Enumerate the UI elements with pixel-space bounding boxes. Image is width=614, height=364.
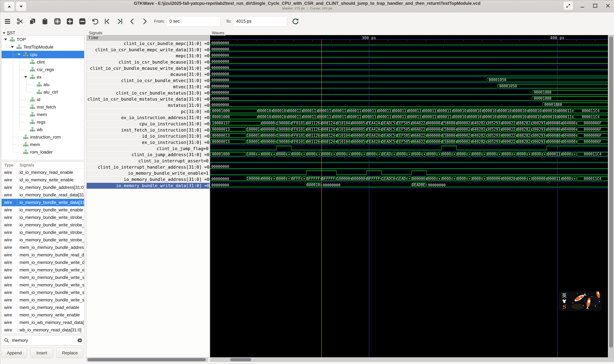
wave-row-mtvec[31:0][interactable]: 0000000000001050	[210, 84, 608, 90]
signal-list-row[interactable]: wiremem_io_memory_bundle_write_strob	[2, 289, 84, 296]
wave-row-io_memory_bundle_address[31:0][interactable]: 00000000100000+0000++0000++0FFF++0FFFFF+…	[210, 176, 608, 183]
close-icon[interactable]	[604, 2, 612, 9]
append-button[interactable]: Append	[1, 348, 27, 358]
signal-row-clint_io_csr_bundle_mstatus_write_data[31:0][interactable]: clint_io_csr_bundle_mstatus_write_data[3…	[87, 96, 209, 103]
sst-tree-item-instruction_rom[interactable]: instruction_rom	[2, 133, 84, 141]
menu-icon[interactable]	[4, 18, 11, 25]
signal-search-box[interactable]	[1, 335, 84, 345]
signal-list-row[interactable]: wireio_memory_bundle_read_data[31:0]	[2, 191, 84, 199]
wave-row-ex_io_instruction_address[31:0][interactable]: 00001000000010+000010+000011+000011+0000…	[210, 115, 608, 121]
wave-row-io_memory_bundle_write_data[31:0][interactable]: 00000000000010+00000000DEADBE+00000000	[210, 183, 608, 189]
signal-list-row[interactable]: wireio_memory_bundle_write_data[31:0]	[2, 199, 84, 206]
ime-language-badge[interactable]: 英	[562, 293, 567, 298]
signal-list-row[interactable]: wireid_io_memory_write_enable	[2, 176, 84, 184]
sst-tree-item-TOP[interactable]: TOP	[2, 36, 84, 43]
signal-row-clint_io_csr_bundle_mcause_write_data[31:0][interactable]: clint_io_csr_bundle_mcause_write_data[31…	[87, 65, 209, 72]
expander-icon[interactable]	[3, 37, 8, 42]
signal-row-clint_io_jump_address[31:0][interactable]: clint_io_jump_address[31:0] =00000000	[87, 152, 209, 158]
signal-row-clint_io_csr_bundle_mcause[31:0][interactable]: clint_io_csr_bundle_mcause[31:0] =000000…	[87, 59, 209, 65]
wave-row-clint_io_csr_bundle_mtvec[31:0][interactable]: 0000000000001050	[210, 78, 608, 84]
signal-row-mepc[31:0][interactable]: mepc[31:0] =00000000	[87, 53, 209, 59]
wave-row-clint_io_csr_bundle_mcause[31:0][interactable]: 00000000	[210, 59, 608, 65]
paste-icon[interactable]	[41, 18, 49, 25]
signal-list-row[interactable]: wiremem_io_memory_read_enable	[2, 304, 84, 311]
signal-row-mstatus[31:0][interactable]: mstatus[31:0] =00000000	[87, 103, 209, 109]
waves-canvas[interactable]: 300 ps400 ps 000000000000000000000000000…	[210, 35, 608, 357]
clear-search-icon[interactable]	[77, 338, 82, 343]
cut-icon[interactable]	[16, 18, 24, 25]
sst-tree-item-ex[interactable]: ex	[2, 73, 84, 81]
wave-row-pc[31:0][interactable]: 00001000000010+000010+000011+000011+0000…	[210, 109, 608, 115]
sst-tree-item-id[interactable]: id	[2, 96, 84, 103]
wave-row-clint_io_csr_bundle_mepc_write_data[31:0][interactable]: 00000000	[210, 47, 608, 53]
ime-toolbar-overlay[interactable]: 英 S	[558, 291, 602, 311]
sst-tree-item-rom_loader[interactable]: rom_loader	[2, 148, 84, 156]
signal-list-row[interactable]: wireio_memory_bundle_address[31:0]	[2, 184, 84, 191]
expander-icon[interactable]	[17, 52, 22, 57]
wave-row-clint_io_csr_bundle_mepc[31:0][interactable]: 00000000	[210, 40, 608, 47]
signal-list-row[interactable]: wiremem_io_memory_bundle_write_enab	[2, 266, 84, 274]
ime-brand-badge[interactable]: S	[562, 304, 566, 309]
waves-vertical-scrollbar[interactable]	[608, 35, 614, 357]
signals-panel[interactable]: Time clint_io_csr_bundle_mepc[31:0] =000…	[86, 35, 210, 357]
signal-row-io_memory_bundle_write_enable[interactable]: io_memory_bundle_write_enable=1	[87, 170, 209, 177]
wave-row-clint_io_csr_bundle_mstatus[31:0][interactable]: 0000000000001888	[210, 90, 608, 96]
sst-tree-item-mem[interactable]: mem	[2, 111, 84, 118]
sst-tree[interactable]: TOPTestTopModulecpuclintcsr_regsexalualu…	[1, 36, 84, 160]
wave-row-mepc[31:0][interactable]: 00000000	[210, 53, 608, 59]
minimize-icon[interactable]	[579, 2, 586, 9]
signal-row-mcause[31:0][interactable]: mcause[31:0] =00000000	[87, 72, 209, 78]
expander-icon[interactable]	[23, 75, 28, 80]
signal-list-row[interactable]: wireio_memory_bundle_write_strobe_1	[2, 221, 84, 229]
signal-list-row[interactable]: wireio_memory_bundle_write_enable	[2, 206, 84, 214]
undo-icon[interactable]	[91, 18, 99, 25]
sst-tree-item-mem[interactable]: mem	[2, 141, 84, 148]
wave-row-clint_io_jump_flag[interactable]	[210, 146, 608, 152]
wave-row-ex_io_instruction[31:0][interactable]: 00000013100001+000000+190080+FF0101+0011…	[210, 139, 608, 146]
zoom-in-icon[interactable]	[66, 18, 74, 25]
titlebar[interactable]: GTKWave - E:\jizu\2025-fall-yatcpu-repo\…	[0, 0, 614, 13]
signal-row-pc[31:0][interactable]: pc[31:0] =00000000	[87, 109, 209, 115]
signal-row-clint_io_interrupt_handler_address[31:0][interactable]: clint_io_interrupt_handler_address[31:0]…	[87, 164, 209, 170]
signal-row-clint_io_interrupt_assert[interactable]: clint_io_interrupt_assert=0	[87, 158, 209, 164]
signal-row-mtvec[31:0][interactable]: mtvec[31:0] =00000000	[87, 84, 209, 90]
sst-tree-item-regs[interactable]: regs	[2, 118, 84, 126]
signal-list-row[interactable]: wireid_io_memory_read_enable	[2, 169, 84, 176]
from-input[interactable]	[167, 16, 221, 26]
sst-tree-item-alu_ctrl[interactable]: alu_ctrl	[2, 88, 84, 96]
signal-row-io_memory_bundle_write_data[31:0][interactable]: io_memory_bundle_write_data[31:0] =00000…	[87, 183, 209, 189]
signal-row-clint_io_jump_flag[interactable]: clint_io_jump_flag=0	[87, 146, 209, 152]
signal-row-inst_fetch_io_instruction[31:0][interactable]: inst_fetch_io_instruction[31:0] =0000000…	[87, 127, 209, 133]
signal-row-clint_io_csr_bundle_mepc[31:0][interactable]: clint_io_csr_bundle_mepc[31:0] =00000000	[87, 41, 209, 47]
signal-list-row[interactable]: wiremem_io_memory_bundle_write_strob	[2, 274, 84, 281]
signal-row-io_memory_bundle_address[31:0][interactable]: io_memory_bundle_address[31:0] =00000000	[87, 177, 209, 183]
reload-icon[interactable]	[292, 17, 300, 26]
signal-list-row[interactable]: wiremem_io_memory_bundle_write_data	[2, 259, 84, 266]
zoom-fit-icon[interactable]	[54, 18, 61, 25]
signal-search-list[interactable]: Type Signals wireid_io_memory_read_enabl…	[1, 161, 84, 334]
signal-row-clint_io_csr_bundle_mstatus[31:0][interactable]: clint_io_csr_bundle_mstatus[31:0] =00000…	[87, 90, 209, 96]
marker-line[interactable]	[321, 39, 322, 357]
wave-row-clint_io_jump_address[31:0][interactable]: 000010001000++0000++0000++0000++0000++00…	[210, 152, 608, 158]
signal-list-row[interactable]: wirewb_io_memory_read_data[31:0]	[2, 326, 84, 334]
sst-tree-item-inst_fetch[interactable]: inst_fetch	[2, 103, 84, 111]
insert-button[interactable]: Insert	[30, 348, 53, 358]
shift-down-button[interactable]	[16, 2, 26, 11]
wave-row-mstatus[31:0][interactable]: 0000000000001888	[210, 102, 608, 109]
wave-row-io_memory_bundle_write_enable[interactable]	[210, 170, 608, 177]
sst-tree-item-cpu[interactable]: cpu	[2, 51, 84, 58]
sst-tree-item-alu[interactable]: alu	[2, 81, 84, 88]
search-input[interactable]	[12, 336, 73, 345]
sst-tree-item-clint[interactable]: clint	[2, 58, 84, 66]
expander-icon[interactable]	[10, 45, 15, 50]
tshirt-icon[interactable]	[562, 299, 567, 303]
wave-row-clint_io_csr_bundle_mcause_write_data[31:0][interactable]: 00000000	[210, 65, 608, 72]
to-start-icon[interactable]	[103, 18, 111, 25]
wave-row-id_io_instruction[31:0][interactable]: 00000013100001+000000+190080+FF0101+0011…	[210, 133, 608, 140]
signal-list-row[interactable]: wireio_memory_bundle_write_strobe_0	[2, 214, 84, 221]
next-icon[interactable]	[141, 18, 149, 25]
copy-icon[interactable]	[29, 18, 36, 25]
expand-icon[interactable]	[563, 1, 573, 10]
wave-row-inst_fetch_io_instruction[31:0][interactable]: 00000013100001+000000+190080+FF0101+0011…	[210, 127, 608, 133]
signal-list-row[interactable]: wiremem_io_memory_write_enable	[2, 311, 84, 319]
